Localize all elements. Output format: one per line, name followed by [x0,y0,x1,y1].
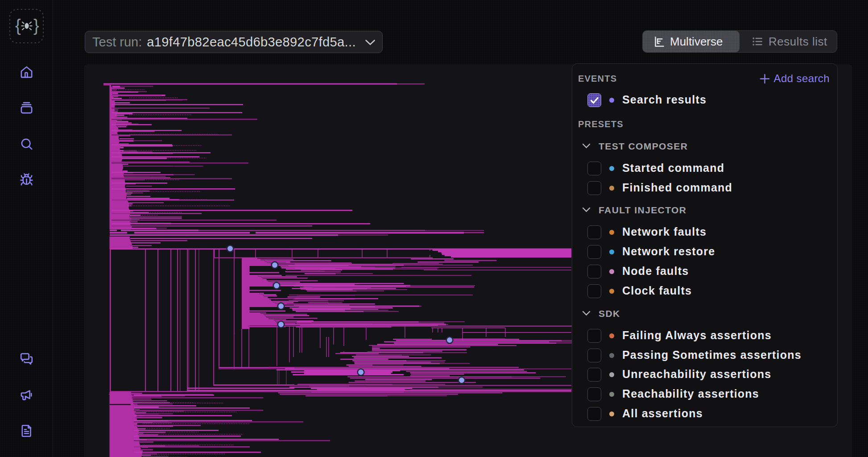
svg-text:}: } [33,16,39,35]
svg-text:{: { [15,16,21,35]
